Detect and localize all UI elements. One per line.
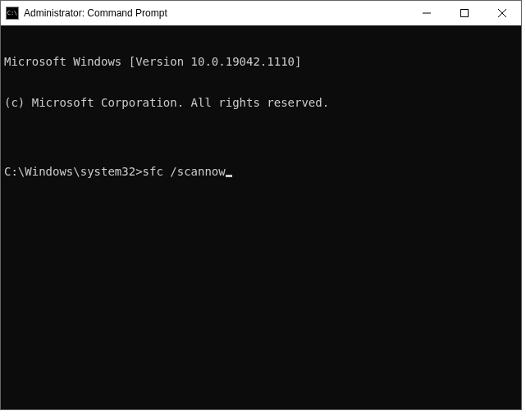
version-line: Microsoft Windows [Version 10.0.19042.11… <box>4 55 518 69</box>
command-prompt-window: C:\ Administrator: Command Prompt Micros… <box>0 0 522 410</box>
prompt-line: C:\Windows\system32>sfc /scannow <box>4 165 518 179</box>
cmd-icon: C:\ <box>6 7 19 20</box>
typed-command: sfc /scannow <box>143 165 226 179</box>
prompt-path: C:\Windows\system32> <box>4 165 143 179</box>
maximize-button[interactable] <box>446 1 483 25</box>
minimize-button[interactable] <box>408 1 446 25</box>
close-button[interactable] <box>483 1 521 25</box>
window-controls <box>408 1 521 25</box>
terminal-area[interactable]: Microsoft Windows [Version 10.0.19042.11… <box>1 25 521 409</box>
titlebar[interactable]: C:\ Administrator: Command Prompt <box>1 1 521 25</box>
window-title: Administrator: Command Prompt <box>24 7 408 19</box>
svg-rect-1 <box>461 10 469 17</box>
copyright-line: (c) Microsoft Corporation. All rights re… <box>4 96 518 110</box>
cursor-icon <box>226 175 232 177</box>
